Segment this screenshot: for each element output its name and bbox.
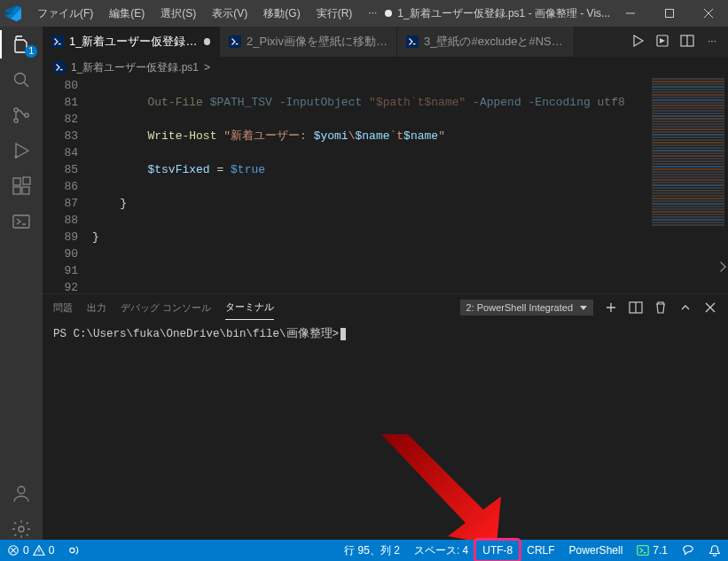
svg-point-11 bbox=[18, 487, 25, 494]
split-editor-icon[interactable] bbox=[680, 34, 694, 51]
tab-file-3[interactable]: 3_壁紙の#excludeと#NSFWをIma bbox=[397, 27, 575, 57]
dirty-dot-icon bbox=[204, 38, 210, 45]
terminal-prompt: PS C:\Users\fuka\OneDrive\bin\file\画像整理> bbox=[53, 328, 339, 340]
scroll-indicator-icon bbox=[717, 263, 726, 272]
menu-bar: ファイル(F) 編集(E) 選択(S) 表示(V) 移動(G) 実行(R) ··… bbox=[30, 3, 384, 25]
tab-file-1[interactable]: 1_新着ユーザー仮登録.ps1 bbox=[43, 27, 220, 57]
powershell-file-icon bbox=[51, 35, 64, 48]
code-editor[interactable]: 80 81 82 83 84 85 86 87 88 89 90 91 92 O… bbox=[43, 77, 728, 293]
minimap[interactable] bbox=[648, 77, 728, 293]
panel-tabs: 問題 出力 デバッグ コンソール ターミナル 2: PowerShell Int… bbox=[43, 294, 728, 321]
vscode-logo-icon bbox=[5, 5, 21, 21]
activity-bar: 1 bbox=[0, 27, 43, 540]
minimize-button[interactable] bbox=[611, 0, 650, 27]
close-button[interactable] bbox=[689, 0, 728, 27]
tab-label: 2_Pixiv画像を壁紙に移動.ps1 bbox=[247, 34, 387, 50]
terminal-cursor-icon bbox=[341, 328, 346, 340]
window-title-text: 1_新着ユーザー仮登録.ps1 - 画像整理 - Vis... bbox=[397, 6, 610, 21]
explorer-badge: 1 bbox=[25, 45, 37, 58]
menu-go[interactable]: 移動(G) bbox=[256, 3, 307, 25]
powershell-file-icon bbox=[406, 35, 419, 48]
extensions-icon[interactable] bbox=[11, 175, 32, 197]
panel-close-icon[interactable] bbox=[703, 300, 717, 315]
menu-run[interactable]: 実行(R) bbox=[309, 3, 360, 25]
status-ports[interactable] bbox=[61, 540, 88, 561]
terminal-content[interactable]: PS C:\Users\fuka\OneDrive\bin\file\画像整理> bbox=[43, 321, 728, 540]
powershell-ext-icon[interactable] bbox=[11, 211, 32, 232]
status-bar: 0 0 行 95、列 2 スペース: 4 UTF-8 CRLF PowerShe… bbox=[0, 540, 728, 561]
svg-point-4 bbox=[25, 113, 28, 117]
status-feedback-icon[interactable] bbox=[675, 540, 701, 561]
title-bar: ファイル(F) 編集(E) 選択(S) 表示(V) 移動(G) 実行(R) ··… bbox=[0, 0, 728, 27]
run-file-icon[interactable] bbox=[630, 34, 645, 51]
powershell-file-icon bbox=[229, 35, 241, 48]
powershell-file-icon bbox=[53, 61, 66, 74]
run-debug-icon[interactable] bbox=[11, 140, 32, 161]
breadcrumb-sep-icon: > bbox=[204, 61, 210, 74]
panel-maximize-icon[interactable] bbox=[678, 300, 693, 315]
svg-rect-7 bbox=[13, 187, 20, 194]
svg-point-1 bbox=[15, 74, 26, 84]
kill-terminal-icon[interactable] bbox=[654, 300, 668, 315]
window-title: 1_新着ユーザー仮登録.ps1 - 画像整理 - Vis... bbox=[384, 6, 611, 21]
status-powershell-version[interactable]: 7.1 bbox=[630, 540, 675, 561]
dirty-indicator-icon bbox=[385, 10, 392, 17]
svg-rect-8 bbox=[22, 187, 29, 194]
panel-tab-output[interactable]: 出力 bbox=[87, 296, 106, 320]
editor-actions: ··· bbox=[622, 27, 728, 57]
account-icon[interactable] bbox=[11, 483, 32, 504]
svg-point-22 bbox=[70, 548, 74, 552]
tab-file-2[interactable]: 2_Pixiv画像を壁紙に移動.ps1 bbox=[220, 27, 397, 57]
status-errors[interactable]: 0 0 bbox=[0, 540, 61, 561]
explorer-icon[interactable]: 1 bbox=[11, 34, 32, 55]
new-terminal-icon[interactable] bbox=[604, 300, 618, 315]
menu-view[interactable]: 表示(V) bbox=[205, 3, 254, 25]
status-cursor[interactable]: 行 95、列 2 bbox=[337, 540, 407, 561]
editor-tabs: 1_新着ユーザー仮登録.ps1 2_Pixiv画像を壁紙に移動.ps1 3_壁紙… bbox=[43, 27, 728, 58]
svg-point-5 bbox=[15, 156, 18, 159]
svg-rect-9 bbox=[23, 177, 30, 184]
chevron-down-icon bbox=[580, 306, 587, 310]
svg-point-2 bbox=[14, 108, 18, 112]
line-number-gutter: 80 81 82 83 84 85 86 87 88 89 90 91 92 bbox=[43, 77, 92, 293]
svg-point-12 bbox=[19, 526, 24, 532]
tab-label: 1_新着ユーザー仮登録.ps1 bbox=[69, 34, 199, 50]
menu-overflow-icon[interactable]: ··· bbox=[361, 3, 384, 25]
source-control-icon[interactable] bbox=[11, 105, 32, 126]
split-terminal-icon[interactable] bbox=[629, 300, 643, 315]
breadcrumb[interactable]: 1_新着ユーザー仮登録.ps1 > bbox=[43, 58, 728, 77]
panel-tab-terminal[interactable]: ターミナル bbox=[225, 295, 274, 320]
svg-rect-6 bbox=[13, 178, 20, 185]
debug-file-icon[interactable] bbox=[655, 34, 669, 51]
terminal-selector-label: 2: PowerShell Integrated bbox=[466, 302, 573, 313]
svg-rect-0 bbox=[666, 10, 674, 18]
status-encoding[interactable]: UTF-8 bbox=[475, 540, 520, 561]
code-content[interactable]: Out-File $PATH_TSV -InputObject "$path`t… bbox=[92, 77, 648, 293]
menu-selection[interactable]: 選択(S) bbox=[153, 3, 203, 25]
search-icon[interactable] bbox=[11, 69, 32, 90]
panel-tab-problems[interactable]: 問題 bbox=[53, 296, 73, 320]
svg-point-3 bbox=[14, 119, 18, 122]
status-indent[interactable]: スペース: 4 bbox=[407, 540, 475, 561]
terminal-selector[interactable]: 2: PowerShell Integrated bbox=[460, 300, 593, 316]
window-controls bbox=[611, 0, 728, 27]
tab-label: 3_壁紙の#excludeと#NSFWをIma bbox=[424, 34, 565, 50]
menu-file[interactable]: ファイル(F) bbox=[30, 3, 100, 25]
status-bell-icon[interactable] bbox=[701, 540, 728, 561]
status-eol[interactable]: CRLF bbox=[520, 540, 561, 561]
bottom-panel: 問題 出力 デバッグ コンソール ターミナル 2: PowerShell Int… bbox=[43, 293, 728, 540]
menu-edit[interactable]: 編集(E) bbox=[102, 3, 152, 25]
editor-overflow-icon[interactable]: ··· bbox=[705, 35, 719, 49]
panel-tab-debug[interactable]: デバッグ コンソール bbox=[121, 296, 211, 320]
breadcrumb-file: 1_新着ユーザー仮登録.ps1 bbox=[71, 60, 199, 75]
settings-gear-icon[interactable] bbox=[11, 518, 32, 540]
maximize-button[interactable] bbox=[650, 0, 689, 27]
status-language[interactable]: PowerShell bbox=[562, 540, 630, 561]
